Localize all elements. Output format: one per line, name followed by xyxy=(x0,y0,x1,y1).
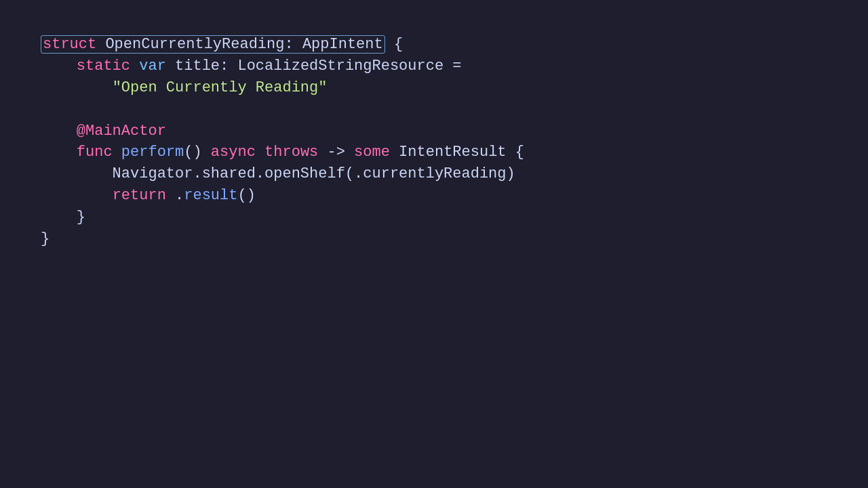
paren-open: () xyxy=(184,144,211,161)
return-type: IntentResult { xyxy=(390,144,524,161)
navigator-call: Navigator.shared.openShelf(.currentlyRea… xyxy=(41,165,515,182)
colon: : xyxy=(284,36,293,53)
code-line-4 xyxy=(41,99,827,121)
indent xyxy=(41,58,77,75)
code-editor: struct OpenCurrentlyReading: AppIntent {… xyxy=(0,0,868,284)
open-brace: { xyxy=(385,36,403,53)
var-decl: title: LocalizedStringResource = xyxy=(166,58,462,75)
space2 xyxy=(256,144,264,161)
parens: () xyxy=(237,187,255,204)
method-result: result xyxy=(184,187,237,204)
keyword-async: async xyxy=(211,144,256,161)
struct-name: OpenCurrentlyReading xyxy=(105,36,284,53)
space xyxy=(130,58,139,75)
indent xyxy=(41,79,113,96)
keyword-some: some xyxy=(354,144,390,161)
keyword-var: var xyxy=(139,58,166,75)
indent xyxy=(41,187,113,204)
space xyxy=(96,36,105,53)
space2 xyxy=(294,36,302,53)
close-brace-outer: } xyxy=(41,230,50,247)
code-line-8: return .result() xyxy=(41,185,827,207)
code-line-9: } xyxy=(41,207,827,228)
code-line-6: func perform() async throws -> some Inte… xyxy=(41,142,827,163)
keyword-struct: struct xyxy=(43,36,96,53)
keyword-return: return xyxy=(113,187,166,204)
string-literal: "Open Currently Reading" xyxy=(113,79,328,96)
keyword-func: func xyxy=(77,144,113,161)
code-line-10: } xyxy=(41,228,827,250)
keyword-static: static xyxy=(77,58,130,75)
keyword-throws: throws xyxy=(264,144,318,161)
close-brace-inner: } xyxy=(41,209,85,226)
code-line-3: "Open Currently Reading" xyxy=(41,77,827,99)
code-line-1: struct OpenCurrentlyReading: AppIntent { xyxy=(41,34,827,56)
code-line-7: Navigator.shared.openShelf(.currentlyRea… xyxy=(41,163,827,185)
indent xyxy=(41,144,77,161)
code-line-2: static var title: LocalizedStringResourc… xyxy=(41,56,827,77)
code-line-5: @MainActor xyxy=(41,121,827,142)
space xyxy=(113,144,121,161)
func-name: perform xyxy=(121,144,184,161)
attribute-mainactor: @MainActor xyxy=(77,123,166,140)
dot: . xyxy=(166,187,184,204)
protocol-name: AppIntent xyxy=(302,36,383,53)
arrow: -> xyxy=(318,144,354,161)
indent xyxy=(41,123,77,140)
